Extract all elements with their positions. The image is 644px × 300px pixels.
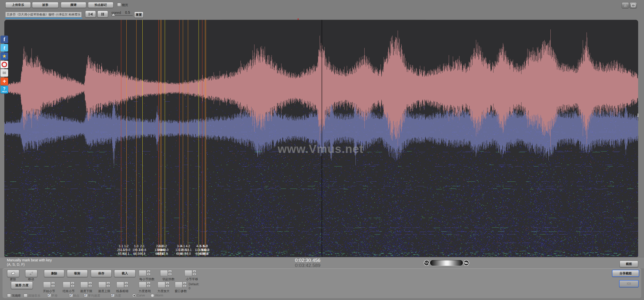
spinner-value-box[interactable] [185,270,192,276]
checkbox-4[interactable]: ✓ [84,294,88,297]
help-icon[interactable]: ? HELP [1,86,8,93]
spinner-up-arrow[interactable]: ▲ [51,282,55,285]
spinner-value-box[interactable] [175,282,183,288]
tempo-dynamics-button[interactable]: 速度-力度 [11,281,33,289]
spinner-down-arrow[interactable]: ▼ [88,285,92,288]
spinner-down-arrow[interactable]: ▼ [71,285,74,288]
spinner-value-box[interactable] [80,282,88,288]
facebook-icon[interactable]: f [1,36,8,43]
beats-per-measure-spinner[interactable]: ▲▼ [139,270,151,276]
delete-button[interactable]: 删除 [44,270,64,277]
beat-line-4-1[interactable] [183,20,183,256]
spinner-3[interactable]: ▲▼ [98,282,110,288]
playhead-line[interactable] [322,20,322,257]
measure-shift-spinner[interactable]: ▲▼ [185,270,196,276]
qzone-icon[interactable]: ★ [1,52,8,60]
spinner-up-arrow[interactable]: ▲ [124,282,128,285]
weibo-icon[interactable] [1,61,8,68]
spinner-up-arrow[interactable]: ▲ [147,270,151,273]
move-tool-button[interactable] [25,270,37,277]
spinner-1[interactable]: ▲▼ [63,282,74,288]
spinner-7[interactable]: ▲▼ [175,282,187,288]
spectrogram-panel[interactable]: 1-1251.165.81-2229.066.11-3199.766.52-11… [4,20,638,257]
spinner-5[interactable]: ▲▼ [139,282,151,288]
beat-line-4-3[interactable] [199,20,199,256]
spinner-value-box[interactable] [116,282,124,288]
beat-line-5-2[interactable] [205,20,205,256]
beat-line-1-3[interactable] [136,20,137,256]
pause-button[interactable] [97,11,108,18]
beat-line-2-2[interactable] [158,20,159,256]
beat-line-3-2[interactable] [165,20,165,256]
spinner-value-box[interactable] [43,282,51,288]
waveform-button[interactable]: 波形 [32,2,58,8]
erase-tool-button[interactable] [7,270,19,277]
beat-line-1-1[interactable] [121,20,121,256]
addthis-plus-icon[interactable]: + [1,77,8,85]
home-button[interactable]: ⌂ [622,2,629,9]
radio-worm[interactable] [151,294,154,297]
spinner-up-arrow[interactable]: ▲ [192,270,196,273]
rewind-button[interactable] [85,11,96,18]
checkbox-2[interactable]: ✓ [47,294,51,297]
spinner-down-arrow[interactable]: ▼ [183,285,187,288]
spectrogram-canvas[interactable] [4,20,638,257]
sine-wave-icon[interactable] [424,260,430,266]
pickup-beats-spinner[interactable]: ▲▼ [160,270,172,276]
spinner-down-arrow[interactable]: ▼ [124,285,128,288]
spectrum-button[interactable]: 频谱 [61,2,86,8]
balance-slider[interactable] [430,260,463,266]
beat-line-2-1[interactable] [142,20,143,256]
radio-curve[interactable] [132,294,136,297]
spinner-value-box[interactable] [158,282,165,288]
beat-mark-button[interactable]: 拍点标记 [88,2,113,8]
spinner-0[interactable]: ▲▼ [43,282,55,288]
spinner-4[interactable]: ▲▼ [116,282,128,288]
page-turn-checkbox[interactable] [117,3,121,7]
spinner-up-arrow[interactable]: ▲ [71,282,74,285]
twitter-icon[interactable]: t [1,44,8,52]
fullscreen-button[interactable] [630,2,637,9]
spinner-2[interactable]: ▲▼ [80,282,92,288]
spinner-value-box[interactable] [98,282,106,288]
spinner-down-arrow[interactable]: ▼ [166,285,169,288]
spinner-value-box[interactable] [160,270,168,276]
spinner-down-arrow[interactable]: ▼ [147,285,151,288]
vertical-slider-thumb[interactable] [638,113,638,117]
spinner-down-arrow[interactable]: ▼ [51,285,55,288]
ioi-button[interactable]: IOI [619,280,639,287]
beat-line-1-2[interactable] [126,20,127,256]
screenshot-button[interactable]: 截图 [620,261,638,267]
save-button[interactable]: 保存 [91,270,112,277]
checkbox-3[interactable]: ✓ [69,294,73,297]
checkbox-0[interactable] [7,294,11,297]
spinner-down-arrow[interactable]: ▼ [106,285,110,288]
spinner-value-box[interactable] [139,270,146,276]
beat-line-4-2[interactable] [188,20,188,256]
noise-wave-icon[interactable] [463,260,469,266]
beat-line-5-3[interactable] [206,20,206,256]
reset-button[interactable]: 重置 [134,12,143,18]
checkbox-5[interactable]: ✓ [111,294,115,297]
spinner-down-arrow[interactable]: ▼ [168,273,172,276]
checkbox-1[interactable] [24,294,27,297]
spinner-up-arrow[interactable]: ▲ [147,282,151,285]
beat-line-3-3[interactable] [179,20,179,256]
email-icon[interactable]: ✉ [1,69,8,77]
beat-line-5-1[interactable] [202,20,202,256]
spinner-value-box[interactable] [63,282,70,288]
beat-line-2-3[interactable] [160,20,160,256]
spinner-down-arrow[interactable]: ▼ [192,273,196,276]
share-screenshot-button[interactable]: 分享截图 [612,270,639,277]
spinner-up-arrow[interactable]: ▲ [88,282,92,285]
spinner-up-arrow[interactable]: ▲ [166,282,169,285]
spinner-value-box[interactable] [139,282,146,288]
track-title-input[interactable] [5,12,82,17]
spinner-up-arrow[interactable]: ▲ [106,282,110,285]
spinner-up-arrow[interactable]: ▲ [168,270,172,273]
load-button[interactable]: 载入 [114,270,136,277]
spinner-up-arrow[interactable]: ▲ [183,282,187,285]
snap-button[interactable]: 吸附 [67,270,88,277]
spinner-down-arrow[interactable]: ▼ [147,273,151,276]
upload-music-button[interactable]: 上传音乐 [5,2,31,8]
